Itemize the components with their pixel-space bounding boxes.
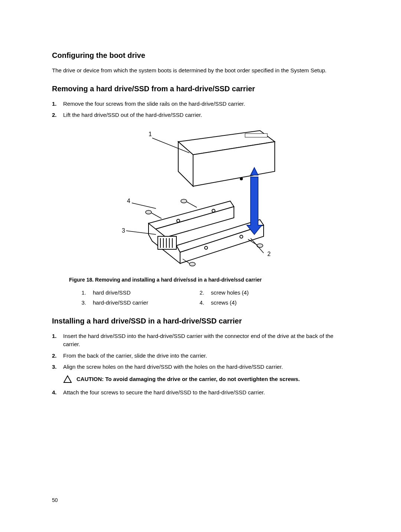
callout-3: 3 bbox=[122, 227, 125, 234]
svg-marker-28 bbox=[247, 177, 262, 234]
figure-illustration: 1 2 3 4 bbox=[104, 127, 297, 268]
section-heading-removing: Removing a hard drive/SSD from a hard-dr… bbox=[52, 85, 349, 93]
list-item: 4. Attach the four screws to secure the … bbox=[52, 388, 349, 397]
list-text: Align the screw holes on the hard drive/… bbox=[63, 363, 349, 371]
caution-icon bbox=[63, 375, 74, 385]
list-item: 3. Align the screw holes on the hard dri… bbox=[52, 363, 349, 371]
svg-point-22 bbox=[181, 199, 187, 203]
list-number: 1. bbox=[52, 100, 63, 108]
legend-num: 4. bbox=[196, 299, 204, 306]
figure-legend: 1. hard drive/SSD 2. screw holes (4) 3. … bbox=[78, 289, 349, 306]
svg-marker-34 bbox=[64, 376, 71, 382]
ssd-drive bbox=[178, 131, 275, 186]
svg-point-17 bbox=[212, 209, 215, 212]
callout-1: 1 bbox=[149, 131, 152, 137]
list-text: From the back of the carrier, slide the … bbox=[63, 352, 349, 360]
ssd-carrier bbox=[149, 201, 264, 263]
svg-point-24 bbox=[257, 244, 263, 247]
figure-caption: Figure 18. Removing and installing a har… bbox=[69, 277, 349, 283]
svg-point-18 bbox=[205, 246, 208, 249]
section-heading-installing: Installing a hard drive/SSD in a hard-dr… bbox=[52, 317, 349, 325]
list-number: 1. bbox=[52, 332, 63, 349]
svg-point-4 bbox=[240, 178, 242, 180]
legend-num: 2. bbox=[196, 289, 204, 296]
svg-point-26 bbox=[189, 262, 195, 266]
list-text: Attach the four screws to secure the har… bbox=[63, 388, 349, 397]
figure-container: 1 2 3 4 bbox=[52, 127, 349, 269]
svg-point-16 bbox=[177, 219, 180, 222]
svg-point-19 bbox=[240, 235, 243, 238]
legend-text: hard drive/SSD bbox=[93, 289, 189, 296]
svg-point-20 bbox=[146, 210, 151, 214]
list-text: Insert the hard drive/SSD into the hard-… bbox=[63, 332, 349, 349]
svg-rect-3 bbox=[245, 134, 267, 137]
svg-line-23 bbox=[187, 202, 197, 207]
list-text: Remove the four screws from the slide ra… bbox=[63, 100, 349, 108]
body-text: The drive or device from which the syste… bbox=[52, 66, 349, 75]
legend-text: screws (4) bbox=[211, 299, 285, 306]
steps-list-removing: 1. Remove the four screws from the slide… bbox=[52, 100, 349, 119]
list-number: 3. bbox=[52, 363, 63, 371]
svg-line-21 bbox=[151, 213, 162, 219]
list-item: 1. Remove the four screws from the slide… bbox=[52, 100, 349, 108]
legend-text: screw holes (4) bbox=[211, 289, 285, 296]
list-item: 2. Lift the hard drive/SSD out of the ha… bbox=[52, 111, 349, 119]
list-number: 4. bbox=[52, 388, 63, 397]
section-heading-configuring: Configuring the boot drive bbox=[52, 51, 349, 60]
list-number: 2. bbox=[52, 111, 63, 119]
legend-text: hard-drive/SSD carrier bbox=[93, 299, 189, 306]
list-text: Lift the hard drive/SSD out of the hard-… bbox=[63, 111, 349, 119]
legend-num: 1. bbox=[78, 289, 86, 296]
page-number: 50 bbox=[52, 497, 58, 503]
callout-4: 4 bbox=[127, 198, 130, 204]
steps-list-installing: 1. Insert the hard drive/SSD into the ha… bbox=[52, 332, 349, 397]
legend-num: 3. bbox=[78, 299, 86, 306]
list-number: 2. bbox=[52, 352, 63, 360]
list-item: 1. Insert the hard drive/SSD into the ha… bbox=[52, 332, 349, 349]
callout-2: 2 bbox=[267, 251, 271, 257]
list-item: 2. From the back of the carrier, slide t… bbox=[52, 352, 349, 360]
caution-text: CAUTION: To avoid damaging the drive or … bbox=[76, 375, 300, 384]
caution-row: CAUTION: To avoid damaging the drive or … bbox=[63, 375, 349, 385]
svg-line-33 bbox=[132, 203, 156, 208]
